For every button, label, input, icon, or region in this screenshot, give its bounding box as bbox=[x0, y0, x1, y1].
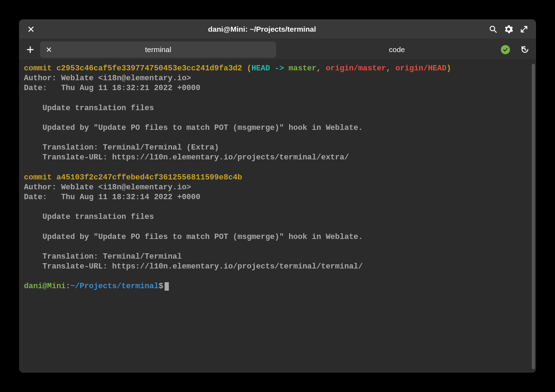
commit-subject: Update translation files bbox=[43, 104, 154, 113]
fullscreen-button[interactable] bbox=[518, 23, 530, 36]
window-close-button[interactable] bbox=[25, 23, 37, 36]
search-button[interactable] bbox=[487, 23, 499, 36]
commit-hash: c2953c46caf5fe339774750453e3cc241d9fa3d2 bbox=[56, 64, 242, 73]
terminal-output[interactable]: commit c2953c46caf5fe339774750453e3cc241… bbox=[19, 60, 536, 373]
search-icon bbox=[489, 25, 497, 33]
gear-icon bbox=[504, 25, 513, 34]
plus-icon bbox=[26, 46, 34, 53]
tab-label: code bbox=[296, 45, 497, 54]
commit-body-line: Translate-URL: https://l10n.elementary.i… bbox=[43, 262, 363, 271]
author-line: Author: Weblate <i18n@elementary.io> bbox=[24, 183, 191, 192]
prompt-symbol: $ bbox=[159, 282, 163, 291]
commit-word: commit bbox=[24, 64, 56, 73]
tab-label: terminal bbox=[56, 45, 260, 54]
ref-local: master bbox=[289, 64, 317, 73]
commit-body-line: Updated by "Update PO files to match POT… bbox=[43, 124, 363, 132]
window-title: dani@Mini: ~/Projects/terminal bbox=[40, 25, 484, 33]
success-icon bbox=[501, 45, 510, 54]
ref-remote: origin/HEAD bbox=[395, 64, 446, 73]
scrollbar-thumb[interactable] bbox=[532, 64, 535, 369]
cursor bbox=[165, 282, 169, 291]
commit-body-line: Translate-URL: https://l10n.elementary.i… bbox=[43, 153, 349, 162]
author-line: Author: Weblate <i18n@elementary.io> bbox=[24, 74, 191, 83]
tab-terminal[interactable]: terminal bbox=[40, 42, 276, 58]
terminal-window: dani@Mini: ~/Projects/terminal terminal … bbox=[19, 19, 536, 373]
commit-subject: Update translation files bbox=[43, 213, 154, 221]
expand-icon bbox=[520, 25, 528, 33]
settings-button[interactable] bbox=[502, 23, 515, 36]
close-icon bbox=[27, 26, 34, 33]
commit-body-line: Translation: Terminal/Terminal bbox=[43, 252, 182, 261]
ref-remote: origin/master bbox=[326, 64, 386, 73]
git-commit-line: commit a45103f2c247cffebed4cf36125568115… bbox=[24, 173, 242, 182]
tab-close-button[interactable] bbox=[45, 46, 53, 53]
history-button[interactable] bbox=[518, 43, 532, 57]
tab-code[interactable]: code bbox=[279, 42, 515, 58]
titlebar: dani@Mini: ~/Projects/terminal bbox=[19, 19, 536, 39]
commit-body-line: Translation: Terminal/Terminal (Extra) bbox=[43, 143, 219, 152]
history-icon bbox=[521, 45, 529, 54]
git-commit-line: commit c2953c46caf5fe339774750453e3cc241… bbox=[24, 64, 451, 73]
new-tab-button[interactable] bbox=[23, 43, 37, 57]
date-line: Date: Thu Aug 11 18:32:21 2022 +0000 bbox=[24, 84, 200, 93]
scrollbar[interactable] bbox=[532, 64, 535, 369]
commit-hash: a45103f2c247cffebed4cf3612556811599e8c4b bbox=[56, 173, 242, 182]
ref-head: HEAD bbox=[251, 64, 270, 73]
prompt-user-host: dani@Mini bbox=[24, 282, 66, 291]
tabbar: terminal code bbox=[19, 39, 536, 60]
prompt-cwd: ~/Projects/terminal bbox=[70, 282, 159, 291]
close-icon bbox=[46, 47, 52, 52]
commit-body-line: Updated by "Update PO files to match POT… bbox=[43, 233, 363, 241]
date-line: Date: Thu Aug 11 18:32:14 2022 +0000 bbox=[24, 193, 200, 202]
prompt[interactable]: dani@Mini:~/Projects/terminal$ bbox=[24, 282, 169, 291]
